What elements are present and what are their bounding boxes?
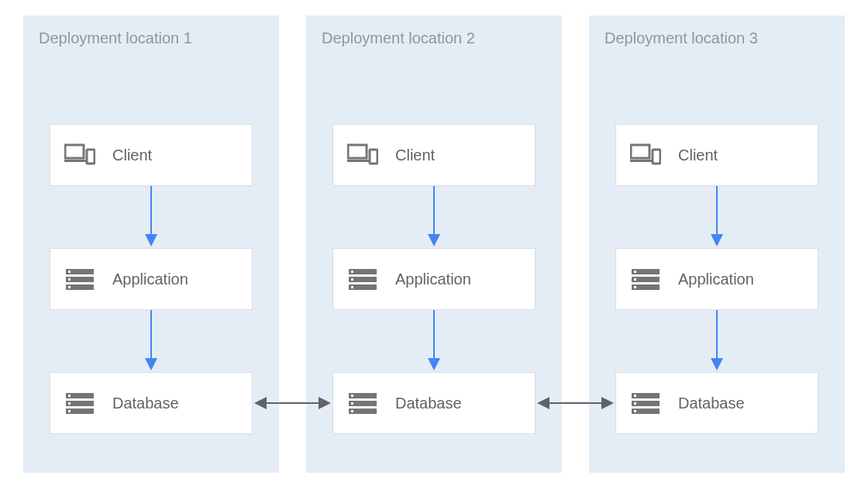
node-application-2-label: Application bbox=[395, 271, 471, 288]
svg-rect-32 bbox=[653, 150, 660, 164]
node-client-1-label: Client bbox=[112, 147, 152, 164]
svg-rect-22 bbox=[351, 278, 353, 281]
svg-rect-1 bbox=[64, 160, 86, 162]
svg-rect-43 bbox=[634, 402, 636, 405]
node-application-1: Application bbox=[50, 248, 253, 310]
diagram-stage: Deployment location 1 Deployment locatio… bbox=[0, 0, 868, 493]
svg-rect-38 bbox=[634, 286, 636, 288]
svg-rect-6 bbox=[68, 271, 71, 273]
svg-rect-0 bbox=[65, 145, 84, 158]
devices-icon bbox=[630, 140, 661, 171]
svg-rect-28 bbox=[351, 402, 353, 405]
svg-rect-42 bbox=[634, 395, 636, 397]
svg-rect-8 bbox=[68, 286, 71, 288]
node-database-3: Database bbox=[615, 372, 818, 434]
region-2-title: Deployment location 2 bbox=[322, 29, 475, 47]
svg-rect-14 bbox=[68, 410, 71, 412]
svg-rect-21 bbox=[351, 271, 353, 273]
svg-rect-16 bbox=[347, 160, 369, 162]
devices-icon bbox=[64, 140, 95, 171]
node-database-2-label: Database bbox=[395, 395, 462, 412]
node-database-1: Database bbox=[50, 372, 253, 434]
svg-rect-2 bbox=[87, 150, 95, 164]
node-application-1-label: Application bbox=[112, 271, 188, 288]
svg-rect-44 bbox=[634, 410, 636, 412]
node-application-3: Application bbox=[615, 248, 818, 310]
svg-rect-27 bbox=[351, 395, 353, 397]
server-icon bbox=[347, 388, 378, 419]
svg-rect-17 bbox=[370, 150, 377, 164]
node-client-3-label: Client bbox=[678, 147, 718, 164]
server-icon bbox=[630, 388, 661, 419]
server-icon bbox=[64, 264, 95, 295]
svg-rect-7 bbox=[68, 278, 71, 281]
server-icon bbox=[347, 264, 378, 295]
node-database-3-label: Database bbox=[678, 395, 745, 412]
svg-rect-15 bbox=[348, 145, 367, 158]
node-client-1: Client bbox=[50, 124, 253, 186]
svg-rect-36 bbox=[634, 271, 636, 273]
server-icon bbox=[64, 388, 95, 419]
svg-rect-13 bbox=[68, 402, 71, 405]
node-database-1-label: Database bbox=[112, 395, 179, 412]
node-client-3: Client bbox=[615, 124, 818, 186]
node-client-2-label: Client bbox=[395, 147, 435, 164]
svg-rect-31 bbox=[630, 160, 652, 162]
svg-rect-12 bbox=[68, 395, 71, 397]
node-database-2: Database bbox=[332, 372, 536, 434]
devices-icon bbox=[347, 140, 378, 171]
node-application-3-label: Application bbox=[678, 271, 754, 288]
node-application-2: Application bbox=[332, 248, 536, 310]
region-3-title: Deployment location 3 bbox=[604, 29, 758, 47]
svg-rect-23 bbox=[351, 286, 353, 288]
server-icon bbox=[630, 264, 661, 295]
svg-rect-37 bbox=[634, 278, 636, 281]
region-1-title: Deployment location 1 bbox=[39, 29, 192, 47]
svg-rect-30 bbox=[631, 145, 649, 158]
svg-rect-29 bbox=[351, 410, 353, 412]
node-client-2: Client bbox=[332, 124, 536, 186]
